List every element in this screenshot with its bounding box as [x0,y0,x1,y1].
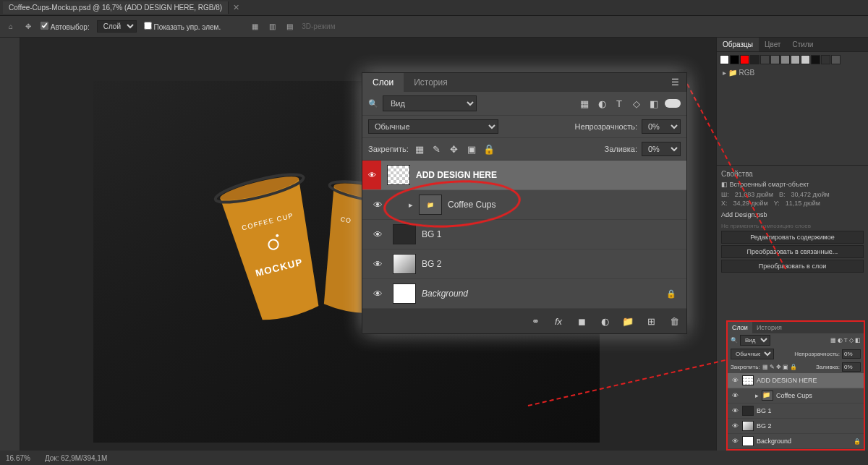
tab-history[interactable]: История [752,322,786,333]
swatch[interactable] [770,55,780,64]
filter-kind-select[interactable]: Вид [740,335,770,346]
swatch[interactable] [750,55,760,64]
blend-mode-select[interactable]: Обычные [731,349,774,359]
visibility-icon[interactable]: 👁 [731,377,739,384]
layer-thumbnail[interactable] [387,165,410,185]
layer-name[interactable]: Coffee Cups [448,200,496,210]
tab-color[interactable]: Цвет [759,38,786,51]
layer-thumbnail[interactable] [742,421,754,431]
layer-row[interactable]: 👁BG 2 [362,249,686,279]
layer-row[interactable]: 👁▸📁Coffee Cups [362,190,686,220]
layer-thumbnail[interactable] [742,406,754,416]
layer-name[interactable]: Background [422,289,468,299]
auto-select-target[interactable]: Слой [97,20,137,33]
layer-name[interactable]: Background [757,438,791,445]
swatch[interactable] [791,55,800,64]
show-controls-checkbox[interactable]: Показать упр. элем. [144,22,221,31]
layer-row[interactable]: 👁BG 2 [728,419,864,434]
layer-name[interactable]: BG 1 [422,229,441,239]
close-tab-icon[interactable]: ✕ [229,3,244,12]
swatch[interactable] [740,55,749,64]
swatch[interactable] [760,55,770,64]
new-layer-icon[interactable]: ⊞ [644,315,658,328]
filter-shape-icon[interactable]: ◇ [630,97,643,110]
home-icon[interactable]: ⌂ [6,22,16,32]
swatch[interactable] [720,55,729,64]
convert-linked-button[interactable]: Преобразовать в связанные... [721,245,864,258]
visibility-icon[interactable]: 👁 [731,392,739,399]
layer-name[interactable]: ADD DESIGN HERE [757,377,817,384]
layer-name[interactable]: ADD DESIGN HERE [416,170,497,180]
layer-row[interactable]: 👁Background🔒 [728,434,864,449]
tab-layers[interactable]: Слои [362,73,404,92]
tab-history[interactable]: История [404,73,458,92]
fill-input[interactable] [842,362,861,372]
align-icon[interactable]: ▤ [284,22,294,32]
lock-transparency-icon[interactable]: ▦ [413,142,426,155]
swatch[interactable] [801,55,810,64]
filter-smart-icon[interactable]: ◧ [647,97,660,110]
lock-all-icon[interactable]: 🔒 [482,142,495,155]
layer-thumbnail[interactable]: 📁 [419,195,442,215]
swatch-group[interactable]: RGB [739,69,755,77]
visibility-icon[interactable]: 👁 [731,438,739,445]
swatch[interactable] [780,55,790,64]
visibility-icon[interactable]: 👁 [368,200,387,210]
layer-row[interactable]: 👁BG 1 [728,404,864,419]
align-icon[interactable]: ▥ [267,22,277,32]
filter-kind-select[interactable]: Вид [383,95,477,111]
opacity-input[interactable]: 0% [642,119,681,134]
new-group-icon[interactable]: 📁 [621,315,634,328]
layer-mask-icon[interactable]: ◼ [575,315,588,328]
layer-name[interactable]: Coffee Cups [776,392,812,399]
layer-row[interactable]: 👁▸📁Coffee Cups [728,388,864,404]
filter-pixel-icon[interactable]: ▦ [578,97,591,110]
layer-thumbnail[interactable] [393,254,416,274]
swatch[interactable] [831,55,841,64]
layer-row[interactable]: 👁Background🔒 [362,279,686,309]
layer-thumbnail[interactable] [742,375,754,385]
layer-row[interactable]: 👁ADD DESIGN HERE [728,373,864,388]
delete-layer-icon[interactable]: 🗑 [668,315,681,328]
layer-name[interactable]: BG 2 [422,259,441,269]
swatch[interactable] [730,55,739,64]
tab-layers[interactable]: Слои [728,322,752,333]
adjustment-layer-icon[interactable]: ◐ [598,315,611,328]
visibility-icon[interactable]: 👁 [368,259,387,270]
convert-layers-button[interactable]: Преобразовать в слои [721,260,864,273]
document-tab[interactable]: Coffee-Cups-Mockup.psd @ 16,7% (ADD DESI… [3,1,229,14]
layer-name[interactable]: BG 2 [757,422,772,430]
fill-input[interactable]: 0% [642,142,681,156]
filter-adjust-icon[interactable]: ◐ [595,97,608,110]
layer-row[interactable]: 👁BG 1 [362,220,686,249]
layer-fx-icon[interactable]: fx [552,315,565,328]
tab-swatches[interactable]: Образцы [717,38,759,51]
link-layers-icon[interactable]: ⚭ [529,315,542,328]
swatch[interactable] [821,55,830,64]
lock-position-icon[interactable]: ✥ [448,142,461,155]
layer-thumbnail[interactable] [393,224,416,244]
visibility-icon[interactable]: 👁 [368,229,387,240]
layer-row[interactable]: 👁ADD DESIGN HERE [362,161,686,190]
panel-menu-icon[interactable]: ☰ [664,73,686,92]
zoom-level[interactable]: 16.67% [6,454,30,462]
filter-toggle[interactable] [665,99,681,108]
layer-thumbnail[interactable]: 📁 [762,391,773,401]
move-tool-icon[interactable]: ✥ [23,22,33,32]
opacity-input[interactable] [842,349,861,359]
layer-thumbnail[interactable] [393,283,416,304]
layer-name[interactable]: BG 1 [757,407,772,414]
swatch[interactable] [811,55,820,64]
visibility-icon[interactable]: 👁 [368,289,387,299]
tab-styles[interactable]: Стили [786,38,819,51]
visibility-icon[interactable]: 👁 [731,407,739,414]
align-icon[interactable]: ▦ [250,22,260,32]
lock-artboard-icon[interactable]: ▣ [465,142,478,155]
edit-contents-button[interactable]: Редактировать содержимое [721,231,864,244]
visibility-icon[interactable]: 👁 [731,422,739,430]
layer-thumbnail[interactable] [742,436,754,446]
auto-select-checkbox[interactable]: Автовыбор: [41,22,90,31]
blend-mode-select[interactable]: Обычные [368,119,498,134]
lock-pixels-icon[interactable]: ✎ [430,142,443,155]
filter-type-icon[interactable]: T [613,97,626,110]
